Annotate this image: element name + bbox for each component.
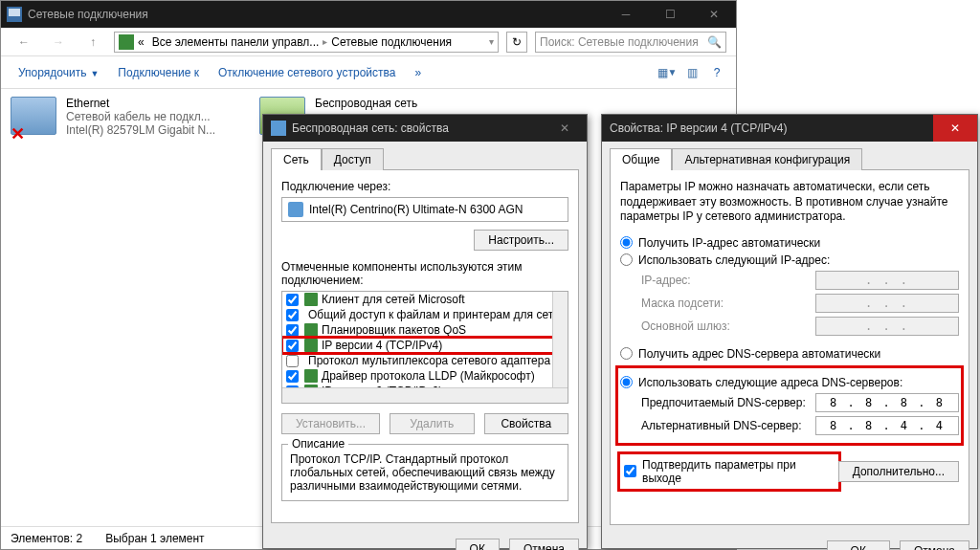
nic-icon bbox=[288, 202, 303, 217]
search-icon: 🔍 bbox=[707, 35, 722, 49]
gateway-label: Основной шлюз: bbox=[641, 319, 815, 333]
svg-rect-1 bbox=[9, 9, 20, 16]
ethernet-connection[interactable]: ✕ Ethernet Сетевой кабель не подкл... In… bbox=[11, 97, 240, 502]
dialog-titlebar[interactable]: Свойства: IP версии 4 (TCP/IPv4) ✕ bbox=[602, 115, 977, 142]
component-icon bbox=[304, 293, 318, 306]
cancel-button[interactable]: Отмена bbox=[509, 539, 579, 550]
connection-adapter: Intel(R) 82579LM Gigabit N... bbox=[66, 123, 215, 137]
adapter-name: Intel(R) Centrino(R) Ultimate-N 6300 AGN bbox=[309, 203, 523, 216]
preferred-dns-label: Предпочитаемый DNS-сервер: bbox=[641, 396, 815, 409]
list-item-ipv4: IP версии 4 (TCP/IPv4) bbox=[282, 338, 568, 353]
alternate-dns-input[interactable]: 8 . 8 . 4 . 4 bbox=[815, 416, 959, 435]
breadcrumb-seg-2[interactable]: Сетевые подключения bbox=[327, 35, 456, 49]
preferred-dns-input[interactable]: 8 . 8 . 8 . 8 bbox=[815, 393, 959, 412]
radio-dns-manual[interactable]: Использовать следующие адреса DNS-сервер… bbox=[620, 376, 959, 389]
tab-alternative[interactable]: Альтернативная конфигурация bbox=[672, 148, 862, 170]
adapter-box: Intel(R) Centrino(R) Ultimate-N 6300 AGN bbox=[281, 197, 568, 222]
dialog-titlebar[interactable]: Беспроводная сеть: свойства ✕ bbox=[263, 115, 587, 142]
more-button[interactable]: » bbox=[407, 62, 429, 83]
ok-button[interactable]: ОК bbox=[456, 539, 500, 550]
window-icon bbox=[7, 7, 22, 22]
adapter-properties-dialog: Беспроводная сеть: свойства ✕ Сеть Досту… bbox=[262, 114, 588, 549]
tab-network[interactable]: Сеть bbox=[271, 148, 322, 170]
selected-count: Выбран 1 элемент bbox=[105, 532, 204, 545]
confirm-on-exit-checkbox[interactable]: Подтвердить параметры при выходе bbox=[620, 454, 838, 489]
back-button[interactable]: ← bbox=[11, 31, 37, 54]
scrollbar-horizontal[interactable] bbox=[282, 387, 568, 403]
list-item: Планировщик пакетов QoS bbox=[282, 322, 568, 338]
component-checkbox[interactable] bbox=[286, 355, 299, 367]
maximize-button[interactable]: ☐ bbox=[648, 1, 692, 28]
preview-pane-icon[interactable]: ▥ bbox=[682, 63, 702, 82]
refresh-button[interactable]: ↻ bbox=[506, 32, 527, 53]
component-checkbox[interactable] bbox=[286, 294, 299, 306]
dialog-body: Подключение через: Intel(R) Centrino(R) … bbox=[271, 169, 579, 523]
ipv4-properties-dialog: Свойства: IP версии 4 (TCP/IPv4) ✕ Общие… bbox=[601, 114, 978, 549]
organize-menu[interactable]: Упорядочить▼ bbox=[11, 62, 106, 83]
minimize-button[interactable]: ─ bbox=[604, 1, 648, 28]
properties-button[interactable]: Свойства bbox=[484, 413, 569, 434]
dialog-body: Параметры IP можно назначать автоматичес… bbox=[610, 169, 969, 525]
window-title: Сетевые подключения bbox=[28, 8, 148, 21]
list-item: Драйвер протокола LLDP (Майкрософт) bbox=[282, 368, 568, 384]
components-list[interactable]: Клиент для сетей Microsoft Общий доступ … bbox=[281, 291, 568, 404]
component-checkbox[interactable] bbox=[286, 324, 299, 337]
tab-general[interactable]: Общие bbox=[610, 148, 672, 170]
adapter-icon bbox=[271, 121, 286, 136]
breadcrumb-seg-root[interactable]: « bbox=[134, 35, 148, 49]
search-placeholder: Поиск: Сетевые подключения bbox=[540, 35, 699, 49]
description-group: Описание Протокол TCP/IP. Стандартный пр… bbox=[281, 444, 568, 501]
toolbar: Упорядочить▼ Подключение к Отключение се… bbox=[1, 56, 736, 89]
radio-ip-manual[interactable]: Использовать следующий IP-адрес: bbox=[620, 253, 959, 267]
close-button[interactable]: ✕ bbox=[543, 115, 587, 142]
breadcrumb-seg-1[interactable]: Все элементы панели управл... bbox=[148, 35, 323, 49]
dialog-footer: ОК Отмена bbox=[602, 533, 977, 550]
configure-button[interactable]: Настроить... bbox=[474, 230, 568, 251]
description-legend: Описание bbox=[288, 437, 348, 451]
component-checkbox[interactable] bbox=[286, 309, 299, 321]
advanced-button[interactable]: Дополнительно... bbox=[838, 461, 959, 482]
connect-via-label: Подключение через: bbox=[281, 180, 568, 193]
ip-address-input[interactable]: . . . bbox=[815, 271, 959, 290]
breadcrumb[interactable]: « Все элементы панели управл... ▸ Сетевы… bbox=[114, 32, 499, 53]
help-icon[interactable]: ? bbox=[707, 63, 726, 82]
close-button[interactable]: ✕ bbox=[692, 1, 736, 28]
install-button[interactable]: Установить... bbox=[281, 413, 380, 434]
remove-button[interactable]: Удалить bbox=[390, 413, 475, 434]
gateway-input[interactable]: . . . bbox=[815, 317, 959, 336]
subnet-mask-label: Маска подсети: bbox=[641, 297, 815, 310]
subnet-mask-input[interactable]: . . . bbox=[815, 294, 959, 313]
tab-access[interactable]: Доступ bbox=[322, 148, 384, 170]
info-text: Параметры IP можно назначать автоматичес… bbox=[620, 180, 959, 225]
ok-button[interactable]: ОК bbox=[827, 540, 890, 550]
search-input[interactable]: Поиск: Сетевые подключения 🔍 bbox=[535, 32, 726, 53]
ip-address-label: IP-адрес: bbox=[641, 274, 815, 287]
cancel-button[interactable]: Отмена bbox=[900, 540, 969, 550]
dialog-footer: ОК Отмена bbox=[263, 531, 587, 550]
list-item: Протокол мультиплексора сетевого адаптер… bbox=[282, 353, 568, 368]
up-button[interactable]: ↑ bbox=[79, 31, 106, 54]
component-icon bbox=[304, 369, 318, 383]
connection-name: Ethernet bbox=[66, 97, 215, 110]
list-item: Клиент для сетей Microsoft bbox=[282, 292, 568, 307]
dialog-title: Свойства: IP версии 4 (TCP/IPv4) bbox=[610, 121, 788, 135]
component-icon bbox=[304, 339, 318, 352]
forward-button[interactable]: → bbox=[45, 31, 72, 54]
chevron-down-icon[interactable]: ▾ bbox=[489, 36, 494, 47]
alternate-dns-label: Альтернативный DNS-сервер: bbox=[641, 419, 815, 432]
component-checkbox[interactable] bbox=[286, 340, 299, 352]
close-button[interactable]: ✕ bbox=[933, 115, 977, 142]
svg-rect-3 bbox=[271, 121, 286, 136]
radio-ip-auto[interactable]: Получить IP-адрес автоматически bbox=[620, 236, 959, 250]
component-checkbox[interactable] bbox=[286, 370, 299, 383]
dialog-title: Беспроводная сеть: свойства bbox=[292, 121, 449, 135]
tab-strip: Сеть Доступ bbox=[271, 147, 579, 169]
view-options-icon[interactable]: ▦▼ bbox=[657, 63, 677, 82]
radio-dns-auto[interactable]: Получить адрес DNS-сервера автоматически bbox=[620, 347, 959, 361]
disconnected-icon: ✕ bbox=[11, 123, 25, 144]
scrollbar-vertical[interactable] bbox=[552, 292, 568, 387]
disable-device-button[interactable]: Отключение сетевого устройства bbox=[211, 62, 403, 83]
item-count: Элементов: 2 bbox=[11, 532, 82, 545]
connect-to-button[interactable]: Подключение к bbox=[110, 62, 207, 83]
dns-highlight: Использовать следующие адреса DNS-сервер… bbox=[618, 368, 961, 443]
